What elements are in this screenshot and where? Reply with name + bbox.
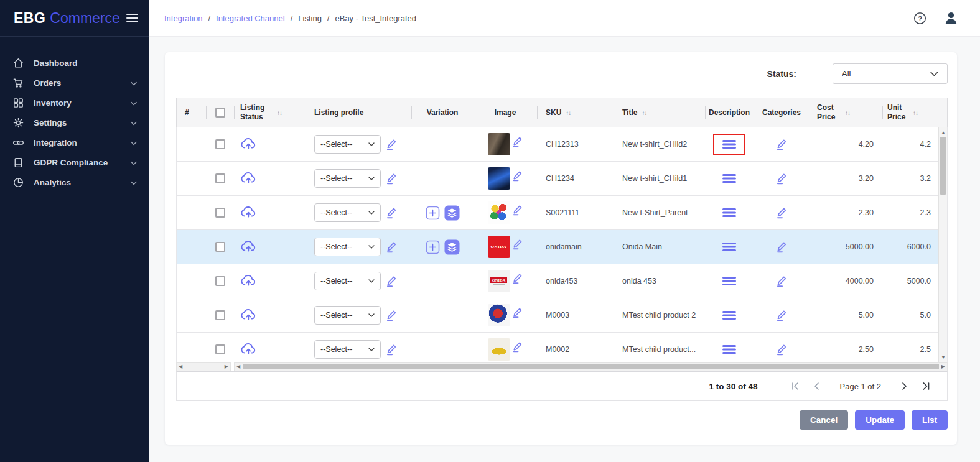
header-cost-price[interactable]: Cost Price↑↓ (810, 98, 882, 127)
next-page-icon[interactable] (900, 382, 908, 390)
listing-profile-select[interactable]: --Select-- (314, 272, 381, 290)
edit-categories-icon[interactable] (775, 138, 788, 150)
edit-image-icon[interactable] (511, 341, 523, 353)
sidebar-item-settings[interactable]: Settings (0, 113, 149, 132)
row-checkbox[interactable] (215, 173, 225, 183)
edit-profile-icon[interactable] (385, 275, 398, 287)
edit-profile-icon[interactable] (385, 309, 398, 321)
cloud-upload-icon[interactable] (240, 239, 257, 255)
description-menu-icon[interactable] (722, 344, 736, 354)
sort-icon[interactable]: ↑↓ (566, 109, 571, 116)
listing-profile-select[interactable]: --Select-- (314, 169, 381, 188)
edit-image-icon[interactable] (511, 204, 523, 216)
sidebar-item-orders[interactable]: Orders (0, 73, 149, 93)
row-checkbox[interactable] (215, 276, 225, 286)
edit-image-icon[interactable] (511, 238, 523, 250)
description-menu-icon[interactable] (722, 242, 736, 252)
header-title[interactable]: Title↑↓ (615, 98, 705, 127)
row-checkbox[interactable] (215, 344, 225, 354)
cloud-upload-icon[interactable] (240, 307, 257, 323)
horizontal-scrollbar[interactable]: ◀ ▶ (234, 362, 948, 371)
description-menu-icon[interactable] (722, 276, 736, 286)
row-checkbox[interactable] (215, 242, 225, 252)
product-image[interactable] (488, 133, 510, 155)
update-button[interactable]: Update (855, 410, 905, 430)
list-button[interactable]: List (912, 410, 948, 430)
first-page-icon[interactable] (790, 382, 799, 390)
listing-profile-select[interactable]: --Select-- (314, 135, 381, 154)
sidebar-item-inventory[interactable]: Inventory (0, 93, 149, 113)
select-all-checkbox[interactable] (215, 108, 225, 118)
edit-categories-icon[interactable] (775, 343, 788, 356)
sort-icon[interactable]: ↑↓ (642, 109, 646, 116)
last-page-icon[interactable] (922, 382, 931, 390)
vertical-scrollbar-thumb[interactable] (940, 137, 946, 195)
edit-categories-icon[interactable] (775, 206, 788, 219)
cloud-upload-icon[interactable] (240, 341, 257, 358)
listing-profile-select[interactable]: --Select-- (314, 238, 381, 256)
edit-profile-icon[interactable] (385, 343, 398, 356)
breadcrumb-integration[interactable]: Integration (164, 14, 202, 23)
sort-icon[interactable]: ↑↓ (277, 109, 282, 116)
cloud-upload-icon[interactable] (240, 170, 257, 187)
cancel-button[interactable]: Cancel (800, 410, 848, 430)
product-image[interactable] (488, 304, 510, 326)
product-image[interactable]: ONIDA (488, 236, 510, 258)
header-sku[interactable]: SKU↑↓ (537, 98, 615, 127)
edit-image-icon[interactable] (511, 272, 523, 284)
description-menu-icon[interactable] (722, 208, 736, 218)
sort-icon[interactable]: ↑↓ (913, 109, 918, 116)
scroll-left-icon[interactable]: ◀ (179, 364, 182, 369)
scroll-down-icon[interactable]: ▼ (939, 353, 948, 361)
user-avatar-icon[interactable] (943, 11, 959, 26)
cloud-upload-icon[interactable] (240, 205, 257, 221)
sidebar-item-analytics[interactable]: Analytics (0, 172, 149, 192)
edit-profile-icon[interactable] (385, 241, 398, 253)
add-variation-icon[interactable] (426, 240, 440, 254)
header-listing-status[interactable]: Listing Status↑↓ (234, 98, 306, 127)
edit-image-icon[interactable] (511, 136, 523, 147)
listing-profile-select[interactable]: --Select-- (314, 340, 381, 359)
help-icon[interactable]: ? (913, 11, 927, 25)
scroll-right-icon[interactable]: ▶ (225, 364, 228, 369)
row-checkbox[interactable] (215, 208, 225, 218)
edit-profile-icon[interactable] (385, 206, 398, 219)
variation-layers-icon[interactable] (444, 205, 460, 221)
scroll-right-icon[interactable]: ▶ (941, 364, 945, 369)
cloud-upload-icon[interactable] (240, 136, 257, 152)
product-image[interactable] (488, 338, 510, 361)
edit-categories-icon[interactable] (775, 172, 788, 185)
status-filter-select[interactable]: All (833, 63, 948, 84)
edit-categories-icon[interactable] (775, 309, 788, 321)
variation-layers-icon[interactable] (444, 239, 460, 255)
sidebar-toggle-icon[interactable] (126, 14, 138, 22)
product-image[interactable] (488, 201, 510, 224)
edit-image-icon[interactable] (511, 307, 523, 318)
product-image[interactable] (488, 167, 510, 190)
sidebar-item-gdpr-compliance[interactable]: GDPR Compliance (0, 152, 149, 172)
sidebar-item-integration[interactable]: Integration (0, 132, 149, 152)
vertical-scrollbar[interactable]: ▲ ▼ (938, 127, 947, 362)
edit-profile-icon[interactable] (385, 172, 398, 185)
edit-categories-icon[interactable] (775, 241, 788, 253)
edit-categories-icon[interactable] (775, 275, 788, 287)
row-checkbox[interactable] (215, 139, 225, 149)
breadcrumb-integrated-channel[interactable]: Integrated Channel (216, 14, 285, 23)
add-variation-icon[interactable] (426, 206, 440, 220)
sidebar-item-dashboard[interactable]: Dashboard (0, 53, 149, 73)
edit-profile-icon[interactable] (385, 138, 398, 150)
description-menu-icon[interactable] (722, 173, 736, 183)
edit-image-icon[interactable] (511, 170, 523, 182)
header-unit-price[interactable]: Unit Price↑↓ (882, 98, 940, 127)
listing-profile-select[interactable]: --Select-- (314, 203, 381, 222)
prev-page-icon[interactable] (813, 382, 821, 390)
product-image[interactable]: ONIDA (488, 270, 510, 292)
row-checkbox[interactable] (215, 310, 225, 320)
scroll-left-icon[interactable]: ◀ (236, 364, 240, 369)
description-menu-icon[interactable] (722, 139, 736, 149)
description-menu-icon[interactable] (722, 310, 736, 320)
cloud-upload-icon[interactable] (240, 273, 257, 289)
listing-profile-select[interactable]: --Select-- (314, 306, 381, 325)
scroll-up-icon[interactable]: ▲ (939, 128, 948, 137)
horizontal-scrollbar-thumb[interactable] (243, 364, 939, 369)
